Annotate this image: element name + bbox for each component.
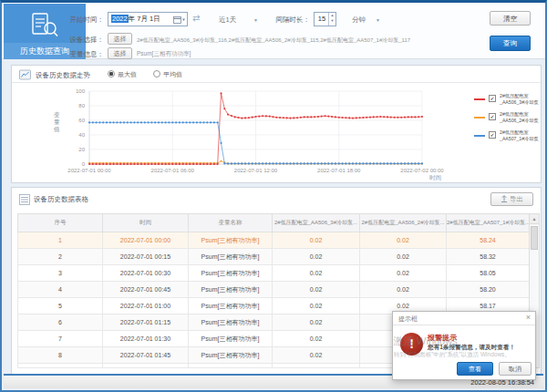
device-value: 2#低压配电室_AA506_3#冷却泵_116,2#低压配电室_AA506_2#…: [137, 36, 487, 45]
svg-text:2022-07-01 12:00: 2022-07-01 12:00: [234, 168, 278, 173]
export-button[interactable]: 导出: [490, 192, 533, 206]
table-cell: 58.20: [447, 282, 530, 298]
table-cell: 0.02: [273, 347, 360, 364]
close-icon[interactable]: ×: [526, 313, 531, 322]
legend-line-swatch: [474, 135, 485, 137]
table-cell: 1: [18, 232, 103, 249]
table-cell: 0.02: [273, 282, 360, 298]
table-row[interactable]: 42022-07-01 00:45Psum[三相有功功率]0.020.0258.…: [18, 282, 530, 298]
chevron-down-icon[interactable]: ▼: [253, 17, 258, 23]
view-button[interactable]: 查看: [457, 362, 493, 376]
time-range-select[interactable]: 近1天: [219, 15, 236, 25]
svg-text:60: 60: [78, 118, 85, 123]
column-header: 序号: [18, 214, 103, 232]
column-header: 2#低压配电室_AA507_1#冷却泵...: [447, 214, 530, 232]
table-cell: 2022-07-01 01:15: [103, 315, 189, 331]
table-cell: 6: [18, 315, 103, 331]
table-cell: 0.02: [360, 249, 447, 265]
column-header: 2#低压配电室_AA506_3#冷却泵...: [273, 214, 360, 232]
variable-select-button[interactable]: 选择: [108, 47, 132, 59]
trend-chart-panel: 设备历史数据走势 最大值 平均值 0204060801002022-07-01 …: [11, 65, 542, 183]
table-cell: 0.02: [273, 331, 360, 347]
legend-line-swatch: [474, 98, 485, 100]
query-button[interactable]: 查询: [490, 36, 531, 51]
legend-label: 2#低压配电室_AA506_3#冷却泵: [500, 93, 539, 106]
table-cell: 0.02: [273, 298, 360, 315]
radio-max-value[interactable]: 最大值: [108, 70, 137, 79]
variable-value: Psum[三相有功功率]: [137, 50, 191, 58]
table-cell: 0.02: [273, 232, 360, 249]
clear-button[interactable]: 清空: [490, 11, 531, 26]
interval-value: 15: [318, 15, 325, 23]
legend-checkbox[interactable]: ✓: [489, 113, 496, 120]
table-cell: 5: [18, 298, 103, 315]
table-cell: 2022-07-01 00:30: [103, 265, 189, 282]
svg-text:2022-07-01 00:00: 2022-07-01 00:00: [67, 168, 111, 173]
interval-stepper[interactable]: 15 ▲▼: [314, 12, 336, 26]
trend-panel-header: 设备历史数据走势 最大值 平均值: [12, 66, 541, 83]
device-select-button[interactable]: 选择: [108, 33, 132, 45]
table-cell: 0.02: [273, 315, 360, 331]
svg-text:2022-07-01 06:00: 2022-07-01 06:00: [151, 168, 195, 173]
table-cell: 7: [18, 331, 103, 347]
dialog-title: 提示框: [398, 315, 418, 324]
table-list-icon: [19, 194, 30, 205]
table-cell: 58.05: [447, 265, 530, 282]
scrollbar-thumb[interactable]: [531, 226, 538, 250]
table-cell: 0.02: [360, 265, 447, 282]
table-cell: Psum[三相有功功率]: [189, 298, 273, 315]
table-row[interactable]: 32022-07-01 00:30Psum[三相有功功率]0.020.0258.…: [18, 265, 530, 282]
table-cell: 0.02: [273, 265, 360, 282]
svg-text:变量值: 变量值: [54, 111, 60, 132]
legend-line-swatch: [474, 117, 485, 119]
svg-text:20: 20: [78, 147, 85, 152]
table-cell: [18, 364, 103, 368]
table-cell: 2022-07-01 00:00: [103, 232, 189, 249]
column-header: 2#低压配电室_AA506_2#冷却泵...: [360, 214, 447, 232]
table-cell: 3: [18, 265, 103, 282]
chevron-down-icon[interactable]: ▼: [376, 17, 380, 23]
swap-arrows-icon[interactable]: ⇄: [192, 13, 200, 23]
radio-icon[interactable]: [153, 70, 160, 77]
table-cell: [273, 364, 360, 368]
table-cell: 2: [18, 249, 103, 265]
spinner-arrows-icon[interactable]: ▲▼: [328, 13, 335, 26]
interval-unit-select[interactable]: 分钟: [352, 15, 366, 25]
cancel-button[interactable]: 取消: [499, 362, 532, 376]
table-row[interactable]: 22022-07-01 00:15Psum[三相有功功率]0.020.0258.…: [18, 249, 530, 265]
svg-text:时间: 时间: [429, 174, 441, 181]
column-header: 时间: [103, 214, 189, 232]
alert-title: 报警提示: [428, 333, 457, 343]
table-cell: 4: [18, 282, 103, 298]
radio-average-value[interactable]: 平均值: [153, 70, 182, 79]
table-cell: 2022-07-01 00:45: [103, 282, 189, 298]
table-cell: 2022-07-01 01:30: [103, 331, 189, 347]
table-row[interactable]: 12022-07-01 00:00Psum[三相有功功率]0.020.0258.…: [18, 232, 530, 249]
table-panel-title: 设备历史数据表格: [34, 195, 88, 204]
svg-text:80: 80: [78, 103, 85, 108]
interval-label: 间隔时长：: [270, 15, 310, 25]
table-cell: 0.02: [360, 282, 447, 298]
table-cell: 0.02: [273, 249, 360, 265]
date-picker-icon[interactable]: [173, 15, 185, 24]
table-cell: Psum[三相有功功率]: [189, 249, 273, 265]
trend-chart: 0204060801002022-07-01 00:002022-07-01 0…: [12, 84, 542, 184]
alert-exclamation-icon: !: [400, 333, 423, 356]
legend-item-3: ✓2#低压配电室_AA507_1#冷却泵: [474, 128, 543, 145]
alert-dialog: 提示框 × ! 报警提示 您有1条报警信息，请及时查看！ 查看 取消: [392, 311, 536, 380]
table-cell: 2022-07-01 01:00: [103, 298, 189, 315]
table-cell: Psum[三相有功功率]: [189, 331, 273, 347]
table-cell: Psum[三相有功功率]: [189, 265, 273, 282]
start-date-input[interactable]: 2022年 7月 1日: [108, 12, 188, 26]
legend-checkbox[interactable]: ✓: [489, 95, 496, 102]
legend-label: 2#低压配电室_AA506_2#冷却泵: [500, 111, 539, 124]
radio-icon[interactable]: [108, 70, 115, 77]
column-header: 变量名称: [189, 214, 273, 232]
svg-text:40: 40: [78, 132, 85, 138]
scrollbar-up-icon[interactable]: ▲: [530, 214, 539, 224]
table-cell: [103, 364, 189, 368]
table-cell: Psum[三相有功功率]: [189, 347, 273, 364]
table-header-row: 序号时间变量名称2#低压配电室_AA506_3#冷却泵...2#低压配电室_AA…: [18, 214, 530, 232]
legend-checkbox[interactable]: ✓: [489, 131, 496, 139]
dialog-titlebar: 提示框 ×: [393, 312, 535, 325]
